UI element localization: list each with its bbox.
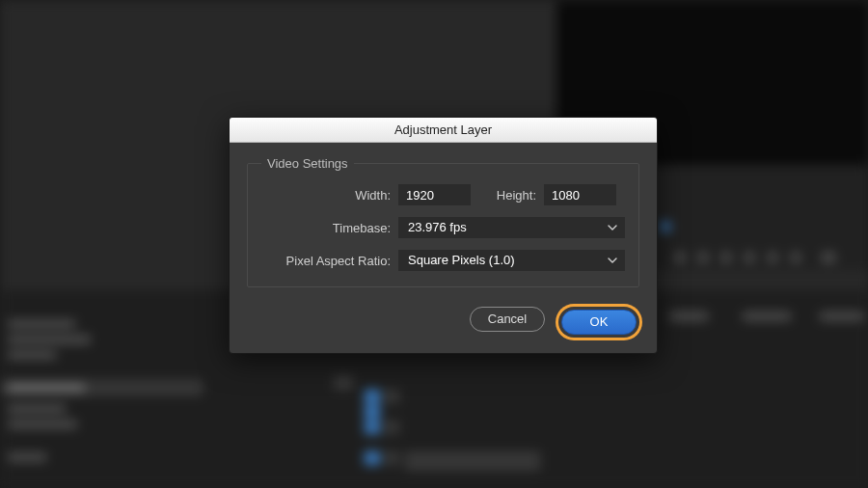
timebase-label: Timebase:	[261, 221, 398, 235]
video-settings-group: Video Settings Width: Height: Timebase: …	[247, 156, 639, 287]
width-label: Width:	[261, 188, 398, 203]
pixel-aspect-ratio-label: Pixel Aspect Ratio:	[261, 254, 398, 268]
chevron-down-icon	[608, 225, 617, 230]
cancel-button[interactable]: Cancel	[470, 307, 545, 332]
timebase-value: 23.976 fps	[408, 220, 467, 234]
pixel-aspect-ratio-select[interactable]: Square Pixels (1.0)	[398, 250, 625, 271]
adjustment-layer-dialog: Adjustment Layer Video Settings Width: H…	[229, 117, 658, 354]
dialog-title: Adjustment Layer	[230, 118, 657, 143]
chevron-down-icon	[608, 258, 617, 263]
height-label: Height:	[484, 188, 544, 203]
ok-button[interactable]: OK	[561, 310, 637, 335]
ok-button-highlight: OK	[558, 307, 639, 338]
width-input[interactable]	[398, 184, 471, 205]
height-input[interactable]	[544, 184, 616, 205]
timebase-select[interactable]: 23.976 fps	[398, 217, 625, 238]
video-settings-legend: Video Settings	[261, 156, 354, 171]
pixel-aspect-ratio-value: Square Pixels (1.0)	[408, 253, 515, 267]
